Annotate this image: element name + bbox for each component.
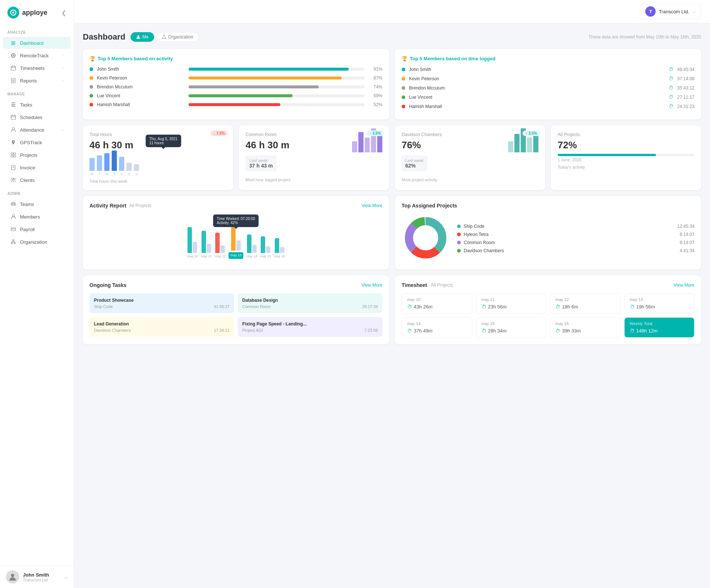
bar-day-label: M bbox=[91, 172, 94, 176]
time-val: 27:11:17 bbox=[677, 95, 694, 100]
ts-time-val: 148h 12m bbox=[636, 328, 658, 334]
bar-day-label: W bbox=[105, 172, 109, 176]
svg-rect-2 bbox=[11, 66, 16, 70]
attendance-icon bbox=[10, 127, 16, 133]
sidebar-item-payroll[interactable]: Payroll bbox=[3, 223, 71, 235]
mini-bar bbox=[508, 141, 513, 152]
donut-legend: Ship Code 12:45:34 Hyleon Tetra 8:14:07 … bbox=[457, 224, 694, 253]
bar bbox=[97, 155, 102, 171]
ts-time: ⏱ 18h 6m bbox=[555, 304, 615, 310]
bar-day-label: S bbox=[128, 172, 130, 176]
logo-area: apploye ❮ bbox=[0, 0, 74, 25]
member-progress-bar bbox=[189, 77, 342, 80]
svg-rect-41 bbox=[165, 38, 166, 39]
ts-date: may 12 bbox=[555, 297, 615, 302]
activity-view-more[interactable]: View More bbox=[362, 203, 382, 208]
bar-group: T bbox=[112, 151, 117, 176]
last-week-val: 37 h 43 m bbox=[249, 163, 273, 169]
sidebar-item-members[interactable]: Members bbox=[3, 211, 71, 223]
sidebar-toggle-icon[interactable]: ❮ bbox=[61, 9, 66, 16]
time-dot bbox=[402, 105, 405, 108]
clients-icon bbox=[10, 177, 16, 183]
user-profile-footer[interactable]: John Smith Transcom Ltd. ⌄ bbox=[0, 565, 74, 588]
timesheet-grid: may 10 ⏱ 43h 26m may 11 ⏱ 23h 56m may 12… bbox=[402, 293, 694, 338]
legend-name: Ship Code bbox=[464, 224, 674, 229]
sidebar-item-clients[interactable]: Clients bbox=[3, 174, 71, 186]
member-progress-bar bbox=[189, 85, 319, 88]
member-progress-wrap bbox=[189, 103, 365, 106]
last-week-label: Last week bbox=[405, 158, 424, 163]
toggle-me-button[interactable]: Me bbox=[131, 32, 154, 42]
sidebar-item-invoice[interactable]: Invoice bbox=[3, 162, 71, 173]
svg-point-23 bbox=[14, 178, 15, 180]
org-selector[interactable]: T Transcom Ltd. ⌄ bbox=[640, 4, 701, 19]
sidebar-item-schedules[interactable]: Schedules bbox=[3, 111, 71, 123]
bar bbox=[112, 151, 117, 171]
task-item: Product Showcase Ship Code 41:56:27 bbox=[89, 293, 234, 313]
activity-column: may 15 bbox=[260, 220, 271, 259]
act-bar-main bbox=[247, 234, 251, 253]
sidebar-item-organization[interactable]: Organization bbox=[3, 236, 71, 248]
toggle-org-button[interactable]: Organization bbox=[156, 32, 199, 42]
sidebar-item-dashboard[interactable]: ⊞ Dashboard bbox=[3, 37, 71, 49]
user-name: John Smith bbox=[23, 572, 49, 578]
org-chevron-icon: ⌄ bbox=[692, 9, 696, 14]
stat-progress-bar bbox=[558, 154, 694, 156]
act-date-label: may 16 bbox=[274, 254, 285, 259]
ts-time-val: 28h 34m bbox=[488, 328, 507, 334]
bar-group: W bbox=[104, 153, 109, 176]
donut-wrap: Ship Code 12:45:34 Hyleon Tetra 8:14:07 … bbox=[402, 214, 694, 263]
ts-time-val: 23h 56m bbox=[488, 304, 507, 310]
schedules-icon bbox=[10, 114, 16, 120]
legend-dot bbox=[457, 241, 461, 244]
legend-dot bbox=[457, 233, 461, 236]
gpstrack-icon bbox=[10, 139, 16, 145]
user-menu-chevron[interactable]: ⌄ bbox=[64, 574, 68, 579]
ts-date: may 16 bbox=[555, 321, 615, 326]
top-activity-title: 🏆 Top 5 Members based on activity bbox=[89, 56, 382, 61]
tasks-header: Ongoing Tasks View More bbox=[89, 282, 382, 288]
activity-report-card: Activity Report All Projects View More T… bbox=[83, 196, 389, 270]
act-bar-secondary bbox=[236, 240, 241, 251]
timesheet-view-more[interactable]: View More bbox=[674, 283, 694, 288]
sidebar-item-tasks[interactable]: ☰ Tasks bbox=[3, 99, 71, 111]
sidebar-item-projects[interactable]: Projects bbox=[3, 149, 71, 161]
timesheet-card: Timesheet All Projects View More may 10 … bbox=[395, 276, 701, 344]
user-info: John Smith Transcom Ltd. bbox=[23, 572, 49, 582]
bar-day-label: S bbox=[135, 172, 138, 176]
stat-badge: ↓ 7.5% bbox=[210, 131, 228, 136]
analyze-section-label: Analyze bbox=[0, 25, 74, 37]
bar-group: T bbox=[97, 155, 102, 176]
act-date-label: may 11 bbox=[201, 254, 212, 259]
act-bar-main bbox=[202, 231, 206, 253]
ts-time: ⏱ 148h 12m bbox=[630, 328, 689, 334]
sidebar-item-label: Attendance bbox=[20, 127, 58, 133]
act-bar-main bbox=[187, 227, 192, 253]
legend-name: Hyleon Tetra bbox=[464, 232, 677, 237]
total-hours-chart: MTWTFSS bbox=[89, 154, 226, 176]
sidebar-item-timesheets[interactable]: Timesheets › bbox=[3, 62, 71, 74]
bar-day-label: T bbox=[113, 172, 115, 176]
tasks-view-more[interactable]: View More bbox=[362, 283, 382, 288]
clock-icon: ⏱ bbox=[407, 328, 412, 334]
bar-group: F bbox=[119, 157, 124, 176]
task-time: 29:17:34 bbox=[362, 304, 378, 309]
act-bar-main bbox=[261, 236, 265, 253]
sidebar-item-attendance[interactable]: Attendance › bbox=[3, 124, 71, 136]
legend-dot bbox=[457, 249, 461, 253]
member-progress-wrap bbox=[189, 85, 365, 88]
trophy-icon-2: 🏆 bbox=[402, 56, 408, 61]
svg-rect-10 bbox=[11, 115, 16, 119]
topbar: T Transcom Ltd. ⌄ bbox=[74, 0, 710, 23]
sidebar-item-teams[interactable]: Teams bbox=[3, 198, 71, 210]
bottom-row: Ongoing Tasks View More Product Showcase… bbox=[83, 276, 701, 344]
teams-icon bbox=[10, 201, 16, 207]
sidebar-item-gpstrack[interactable]: GPSTrack bbox=[3, 136, 71, 148]
legend-row: Davidson Chambers 4:41:34 bbox=[457, 248, 694, 253]
time-member-row: Brendon Mcculum ⏱ 35:43:12 bbox=[402, 85, 694, 91]
chevron-icon: › bbox=[62, 128, 63, 132]
timesheet-header: Timesheet All Projects View More bbox=[402, 282, 694, 288]
sidebar-item-remotetrack[interactable]: RemoteTrack › bbox=[3, 50, 71, 61]
task-grid: Product Showcase Ship Code 41:56:27 Data… bbox=[89, 293, 382, 337]
sidebar-item-reports[interactable]: Reports › bbox=[3, 75, 71, 87]
